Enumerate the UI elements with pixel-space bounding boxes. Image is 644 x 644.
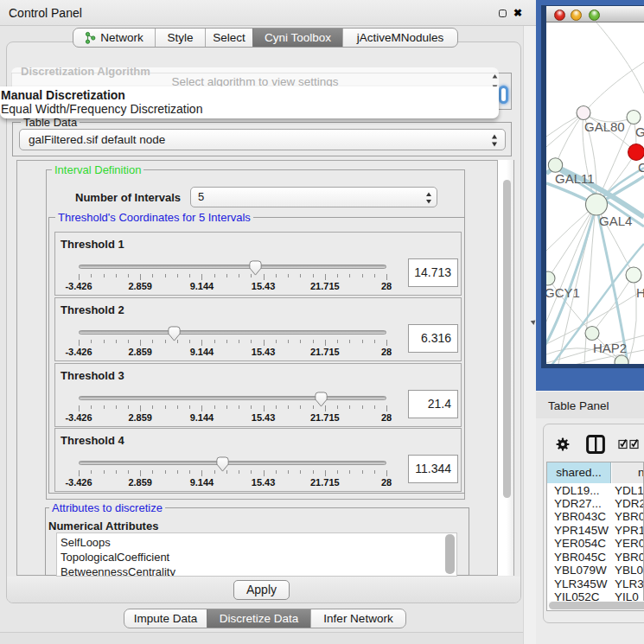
svg-text:C: C xyxy=(638,160,644,175)
svg-text:GAL80: GAL80 xyxy=(584,119,625,134)
svg-text:GAL4: GAL4 xyxy=(599,214,632,228)
svg-text:HAP2: HAP2 xyxy=(593,341,627,355)
svg-text:H: H xyxy=(636,285,644,300)
svg-text:GCY1: GCY1 xyxy=(546,285,580,300)
svg-text:GA: GA xyxy=(635,124,644,139)
svg-text:GAL11: GAL11 xyxy=(555,171,595,186)
